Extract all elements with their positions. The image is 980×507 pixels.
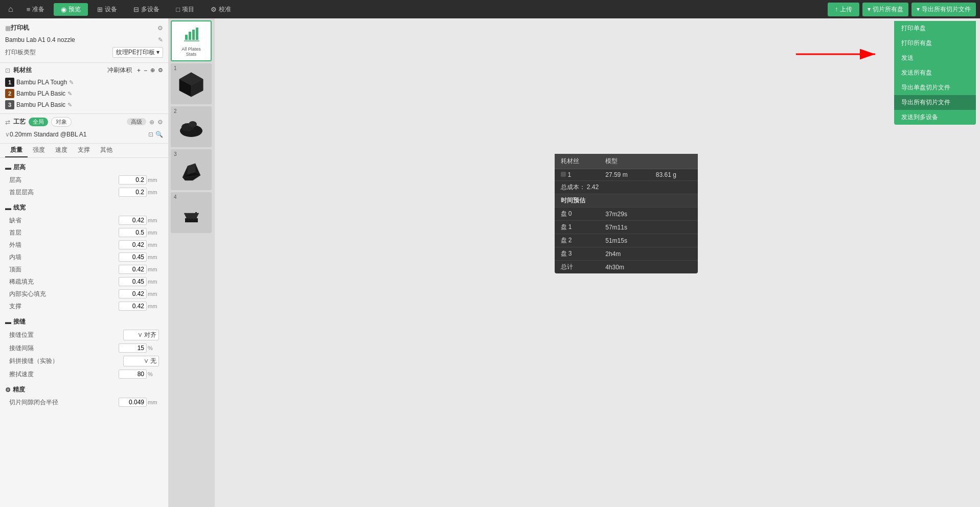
upload-button[interactable]: ↑ 上传 [828, 3, 859, 16]
print-plate-value[interactable]: 纹理PE打印板 ▾ [112, 47, 163, 58]
nav-preview[interactable]: ◉ 预览 [54, 3, 88, 16]
stats-label: All PlatesStats [181, 47, 201, 57]
tab-speed[interactable]: 速度 [50, 144, 73, 157]
stats-plate-2-row: 盘 2 51m15s [555, 234, 698, 247]
dropdown-export-all[interactable]: 导出所有切片文件 [894, 95, 976, 110]
filament-remove-icon[interactable]: − [144, 67, 147, 74]
setting-diagonal-seam-select[interactable]: ∨ 无 [123, 356, 159, 366]
setting-support-width-input[interactable] [119, 302, 147, 311]
printer-edit-icon[interactable]: ✎ [158, 36, 163, 43]
stats-total-label: 总计 [555, 261, 600, 274]
nav-prepare[interactable]: ≡ 准备 [19, 3, 52, 16]
setting-top-surface-unit: mm [148, 266, 159, 272]
process-save-icon[interactable]: ⊡ [148, 131, 153, 138]
stats-cost-label: 总成本： [561, 183, 585, 191]
setting-outer-wall-input[interactable] [119, 240, 147, 249]
home-button[interactable]: ⌂ [4, 3, 17, 16]
nav-multi-device[interactable]: ⊟ 多设备 [126, 3, 167, 16]
global-tag[interactable]: 全局 [29, 118, 48, 126]
setting-seam-position-select[interactable]: ∨ 对齐 [123, 330, 159, 340]
plate-1-thumb[interactable]: 1 [171, 63, 212, 104]
tab-strength[interactable]: 强度 [28, 144, 50, 157]
plate-all-stats[interactable]: All PlatesStats [171, 20, 212, 61]
setting-wipe-speed-label: 擦拭速度 [9, 370, 119, 379]
process-copy-icon[interactable]: ⊕ [149, 119, 154, 126]
setting-inner-wall-input[interactable] [119, 252, 147, 262]
setting-default-width-input[interactable] [119, 216, 147, 225]
process-header: ⇄ 工艺 全局 对象 高级 ⊕ ⚙ [5, 117, 163, 127]
plate-4-img [176, 197, 207, 228]
upload-label: 上传 [840, 5, 852, 14]
nav-calibrate-label: 校准 [219, 5, 231, 14]
export-dropdown-menu: 打印单盘 打印所有盘 发送 发送所有盘 导出单盘切片文件 导出所有切片文件 发送… [894, 21, 976, 125]
stats-plate-3-time: 2h4m [599, 247, 697, 261]
dropdown-print-single[interactable]: 打印单盘 [894, 21, 976, 36]
nav-prepare-label: 准备 [32, 5, 44, 14]
advanced-tag[interactable]: 高级 [127, 118, 146, 126]
setting-top-surface-input[interactable] [119, 265, 147, 274]
setting-top-surface: 顶面 mm [5, 263, 163, 275]
object-tag[interactable]: 对象 [51, 117, 72, 127]
canvas-area: 耗材丝 模型 1 27.59 m 83.61 g 总成本： [215, 18, 980, 507]
nav-project[interactable]: □ 项目 [169, 3, 201, 16]
setting-seam-gap-label: 接缝间隔 [9, 344, 119, 353]
group-seam-title: ▬ 接缝 [5, 315, 163, 328]
stats-plate-0-row: 盘 0 37m29s [555, 208, 698, 221]
stats-length-1: 27.59 m [599, 169, 650, 181]
tab-support[interactable]: 支撑 [73, 144, 95, 157]
setting-sparse-fill-input[interactable] [119, 277, 147, 286]
dropdown-send-multi[interactable]: 发送到多设备 [894, 110, 976, 125]
setting-seam-gap-input[interactable] [119, 343, 147, 353]
process-collapse-icon[interactable]: ∨ [5, 131, 10, 138]
export-chevron-icon: ▾ [917, 6, 920, 13]
printer-section-icon: ▦ [5, 25, 11, 32]
group-precision-icon: ⚙ [5, 386, 11, 394]
prepare-icon: ≡ [27, 6, 31, 13]
dropdown-print-all[interactable]: 打印所有盘 [894, 36, 976, 51]
dropdown-send-all[interactable]: 发送所有盘 [894, 65, 976, 80]
stats-plate-1-time: 57m11s [599, 221, 697, 234]
filament-edit-2[interactable]: ✎ [67, 90, 72, 97]
export-button[interactable]: ▾ 导出所有切片文件 [911, 3, 976, 16]
group-layer-height: ▬ 层高 层高 mm 首层层高 mm [5, 161, 163, 198]
stats-weight-1: 83.61 g [650, 169, 698, 181]
process-search-icon[interactable]: 🔍 [155, 131, 163, 138]
flush-button[interactable]: 冲刷体积 [107, 66, 132, 75]
setting-wipe-speed-input[interactable] [119, 370, 147, 379]
filament-copy-icon[interactable]: ⊕ [150, 67, 155, 74]
filament-add-icon[interactable]: + [137, 67, 141, 74]
setting-solid-fill-input[interactable] [119, 289, 147, 298]
setting-top-surface-label: 顶面 [9, 265, 119, 274]
printer-settings-icon[interactable]: ⚙ [157, 25, 163, 32]
plate-3-thumb[interactable]: 3 [171, 149, 212, 190]
dropdown-send[interactable]: 发送 [894, 51, 976, 65]
setting-gap-radius-input[interactable] [119, 398, 147, 407]
filament-3: 3 Bambu PLA Basic ✎ [5, 99, 163, 110]
stats-chart-icon [183, 26, 199, 45]
slice-all-button[interactable]: ▾ 切片所有盘 [862, 3, 908, 16]
setting-first-layer-input[interactable] [119, 188, 147, 197]
filament-num-2: 2 [5, 89, 14, 98]
group-line-width-icon: ▬ [5, 204, 11, 212]
stats-plate-1-label: 盘 1 [555, 221, 600, 234]
nav-device[interactable]: ⊞ 设备 [90, 3, 124, 16]
nav-calibrate[interactable]: ⚙ 校准 [203, 3, 238, 16]
filament-edit-1[interactable]: ✎ [69, 79, 74, 86]
filament-edit-3[interactable]: ✎ [67, 102, 72, 108]
setting-layer-height-input[interactable] [119, 175, 147, 185]
nav-multi-device-label: 多设备 [141, 5, 159, 14]
svg-rect-1 [189, 32, 191, 40]
process-settings-icon[interactable]: ⚙ [157, 119, 163, 126]
group-collapse-icon: ▬ [5, 164, 11, 171]
plate-2-thumb[interactable]: 2 [171, 106, 212, 147]
setting-sparse-fill-label: 稀疏填充 [9, 278, 119, 286]
preview-icon: ◉ [61, 6, 66, 13]
setting-first-layer-width-input[interactable] [119, 228, 147, 237]
tab-quality[interactable]: 质量 [5, 144, 28, 157]
filament-section: ⊡ 耗材丝 冲刷体积 + − ⊕ ⚙ 1 Bambu PLA Tough ✎ 2… [0, 63, 168, 114]
plate-4-thumb[interactable]: 4 [171, 192, 212, 233]
tab-other[interactable]: 其他 [95, 144, 118, 157]
dropdown-export-single[interactable]: 导出单盘切片文件 [894, 80, 976, 95]
setting-wipe-speed-wrap: % [119, 370, 159, 379]
filament-settings-icon[interactable]: ⚙ [158, 67, 163, 74]
